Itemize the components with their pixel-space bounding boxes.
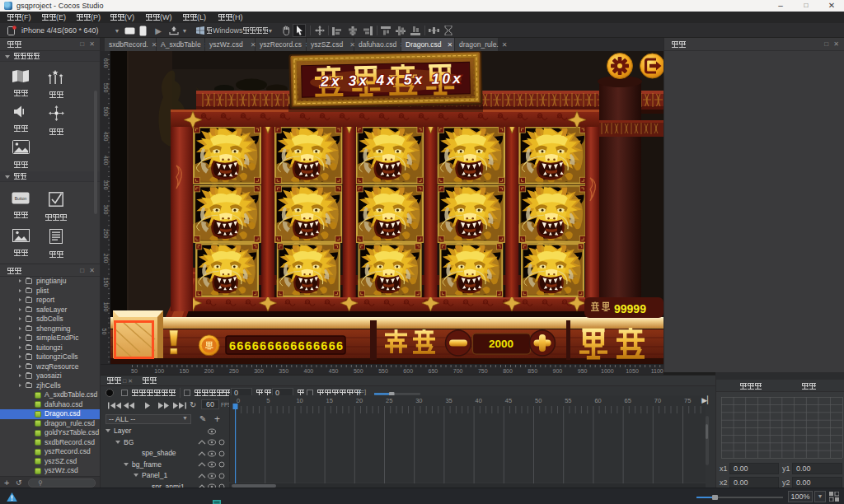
svg-text:666666666666666: 666666666666666 [229,339,343,352]
svg-text:0: 0 [237,397,240,404]
svg-text:99999: 99999 [614,302,646,315]
svg-text:5: 5 [266,397,270,404]
svg-text:40: 40 [476,397,482,404]
svg-text:2x 3x 4x 5x 10x: 2x 3x 4x 5x 10x [320,70,463,90]
svg-text:30: 30 [415,397,422,404]
svg-text:10: 10 [296,397,302,404]
svg-text:75: 75 [684,397,691,404]
svg-text:45: 45 [505,397,512,404]
svg-text:50: 50 [535,397,542,404]
svg-text:70: 70 [654,397,661,404]
svg-text:55: 55 [565,397,571,404]
svg-text:65: 65 [625,397,631,404]
svg-text:60: 60 [594,397,601,404]
svg-text:25: 25 [386,397,392,404]
svg-text:15: 15 [326,397,333,404]
svg-text:20: 20 [356,397,363,404]
svg-text:Button: Button [15,196,27,201]
svg-text:2000: 2000 [489,338,513,350]
svg-text:35: 35 [445,397,452,404]
